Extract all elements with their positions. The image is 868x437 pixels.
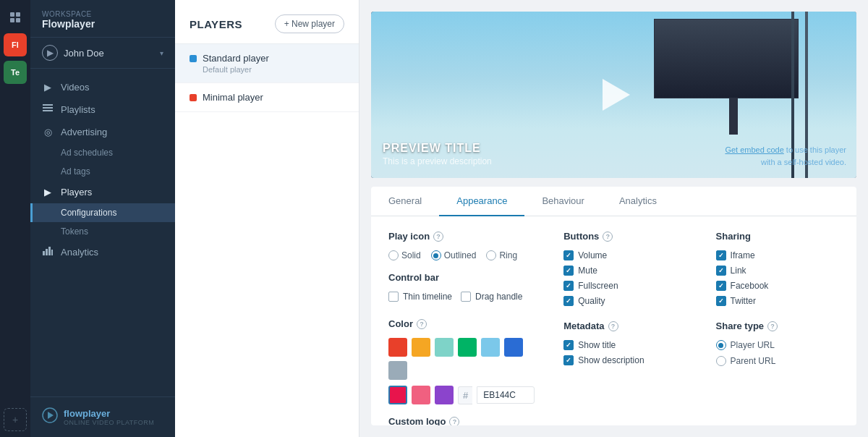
radio-ring-circle xyxy=(486,250,496,260)
show-description-option[interactable]: ✓ Show description xyxy=(563,355,686,365)
sidebar-label-playlists: Playlists xyxy=(61,104,95,115)
player-name-minimal: Minimal player xyxy=(203,92,263,103)
player-item-standard-header: Standard player xyxy=(190,53,344,64)
svg-rect-6 xyxy=(43,110,53,111)
control-bar-options: Thin timeline Drag handle xyxy=(388,292,535,307)
grid-icon[interactable] xyxy=(4,6,27,29)
swatch-green[interactable] xyxy=(458,338,477,357)
buttons-section: Buttons ? ✓ Volume ✓ Mute ✓ Fullscreen xyxy=(563,231,686,306)
svg-rect-1 xyxy=(16,12,20,17)
share-type-title: Share type ? xyxy=(716,321,839,331)
radio-player-url-circle xyxy=(716,340,726,350)
tab-behaviour[interactable]: Behaviour xyxy=(524,187,602,216)
radio-solid-circle xyxy=(388,250,399,260)
radio-solid-label: Solid xyxy=(401,250,421,260)
facebook-option[interactable]: ✓ Facebook xyxy=(716,281,839,291)
sidebar-item-advertising[interactable]: ◎ Advertising xyxy=(30,121,175,143)
mute-checkbox: ✓ xyxy=(563,266,574,276)
svg-rect-5 xyxy=(43,107,53,109)
sidebar-item-playlists[interactable]: Playlists xyxy=(30,98,175,121)
tab-analytics[interactable]: Analytics xyxy=(602,187,674,216)
add-workspace-button[interactable]: + xyxy=(4,408,27,431)
preview-title: PREVIEW TITLE xyxy=(383,142,492,155)
sidebar-sub-ad-tags[interactable]: Ad tags xyxy=(30,162,175,181)
player-item-standard[interactable]: Standard player Default player xyxy=(175,44,359,83)
mute-option[interactable]: ✓ Mute xyxy=(563,266,686,276)
volume-label: Volume xyxy=(578,250,607,260)
sidebar-item-players[interactable]: ▶ Players xyxy=(30,181,175,203)
swatch-teal[interactable] xyxy=(435,338,454,357)
fl-workspace-icon[interactable]: Fl xyxy=(4,33,27,56)
mute-label: Mute xyxy=(578,266,597,276)
swatch-purple[interactable] xyxy=(435,386,454,404)
facebook-checkbox: ✓ xyxy=(716,281,726,291)
twitter-option[interactable]: ✓ Twitter xyxy=(716,296,839,306)
parent-url-option[interactable]: Parent URL xyxy=(716,356,839,366)
main-content: PREVIEW TITLE This is a preview descript… xyxy=(359,0,868,437)
player-dot-minimal xyxy=(190,94,197,101)
color-hex-input[interactable] xyxy=(477,386,535,404)
play-icon-ring[interactable]: Ring xyxy=(486,250,517,260)
player-url-option[interactable]: Player URL xyxy=(716,340,839,350)
play-icon-outlined[interactable]: Outlined xyxy=(431,250,477,260)
te-workspace-icon[interactable]: Te xyxy=(4,61,27,84)
fullscreen-option[interactable]: ✓ Fullscreen xyxy=(563,281,686,291)
user-menu[interactable]: ▶ John Doe ▾ xyxy=(30,38,175,69)
sidebar-footer: flowplayer ONLINE VIDEO PLATFORM xyxy=(30,396,175,437)
thin-timeline-label: Thin timeline xyxy=(403,292,452,302)
share-type-help[interactable]: ? xyxy=(767,321,778,331)
buttons-help[interactable]: ? xyxy=(603,232,613,242)
sidebar-sub-tokens[interactable]: Tokens xyxy=(30,222,175,241)
drag-handle-option[interactable]: Drag handle xyxy=(461,292,522,302)
preview-play-button[interactable] xyxy=(591,72,637,118)
tab-appearance[interactable]: Appearance xyxy=(439,187,524,216)
volume-option[interactable]: ✓ Volume xyxy=(563,250,686,260)
play-triangle-icon xyxy=(603,79,630,111)
player-dot-standard xyxy=(190,55,197,62)
custom-logo-help[interactable]: ? xyxy=(449,417,459,426)
metadata-title: Metadata ? xyxy=(563,321,686,331)
settings-col-1: Play icon ? Solid Outlined xyxy=(388,231,535,425)
swatch-gray[interactable] xyxy=(388,361,407,380)
sidebar-sub-configurations[interactable]: Configurations xyxy=(30,203,175,222)
swatch-red[interactable] xyxy=(388,386,407,404)
thin-timeline-option[interactable]: Thin timeline xyxy=(388,292,452,302)
svg-rect-0 xyxy=(10,12,14,17)
sidebar-label-players: Players xyxy=(61,187,92,198)
show-title-option[interactable]: ✓ Show title xyxy=(563,340,686,350)
quality-label: Quality xyxy=(578,296,605,306)
color-row-2: # xyxy=(388,386,535,404)
swatch-orange-red[interactable] xyxy=(388,338,407,357)
settings-panel: General Appearance Behaviour Analytics P… xyxy=(371,187,856,425)
metadata-help[interactable]: ? xyxy=(608,321,618,331)
svg-rect-10 xyxy=(51,250,53,255)
play-icon-solid[interactable]: Solid xyxy=(388,250,421,260)
embed-code-link[interactable]: Get embed code xyxy=(725,145,783,154)
player-item-minimal[interactable]: Minimal player xyxy=(175,83,359,112)
link-option[interactable]: ✓ Link xyxy=(716,266,839,276)
swatch-orange[interactable] xyxy=(412,338,430,357)
sidebar-item-videos[interactable]: ▶ Videos xyxy=(30,76,175,98)
user-name: John Doe xyxy=(64,48,154,59)
play-icon-title: Play icon ? xyxy=(388,231,535,242)
players-title: PLAYERS xyxy=(190,18,242,30)
preview-overlay-text: PREVIEW TITLE This is a preview descript… xyxy=(383,142,492,166)
footer-brand-name: flowplayer xyxy=(64,408,154,419)
swatch-light-blue[interactable] xyxy=(481,338,500,357)
preview-description: This is a preview description xyxy=(383,156,492,166)
swatch-blue[interactable] xyxy=(504,338,523,357)
swatch-pink[interactable] xyxy=(412,386,430,404)
sidebar-item-analytics[interactable]: Analytics xyxy=(30,241,175,263)
iframe-checkbox: ✓ xyxy=(716,250,726,260)
playlists-icon xyxy=(42,104,54,115)
new-player-button[interactable]: + New player xyxy=(275,14,344,33)
sidebar-sub-ad-schedules[interactable]: Ad schedules xyxy=(30,143,175,162)
tab-general[interactable]: General xyxy=(371,187,439,216)
quality-option[interactable]: ✓ Quality xyxy=(563,296,686,306)
footer-branding: flowplayer ONLINE VIDEO PLATFORM xyxy=(64,408,154,426)
iframe-option[interactable]: ✓ Iframe xyxy=(716,250,839,260)
players-panel: PLAYERS + New player Standard player Def… xyxy=(175,0,359,437)
play-icon-help[interactable]: ? xyxy=(433,232,443,242)
color-help[interactable]: ? xyxy=(417,319,427,329)
player-default-label: Default player xyxy=(190,65,344,74)
